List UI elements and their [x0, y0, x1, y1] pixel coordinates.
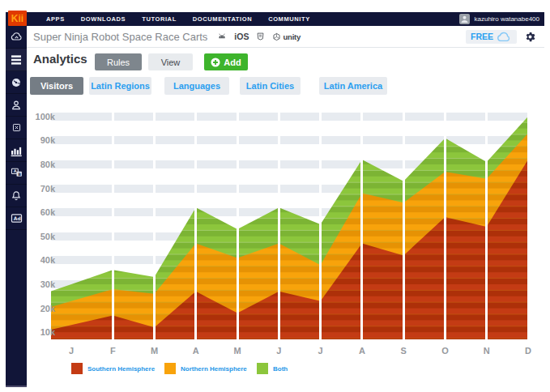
y-axis-label: 40k: [18, 255, 55, 265]
tab-latin-america[interactable]: Latin America: [319, 77, 387, 95]
chart-gridline-vertical: [153, 104, 156, 339]
kii-logo[interactable]: Kii: [8, 11, 27, 26]
tab-latin-cities[interactable]: Latin Cities: [240, 77, 301, 95]
avatar-icon: [459, 14, 470, 24]
legend-item-southern-hemisphere: Southern Hemisphere: [71, 363, 155, 374]
y-axis-label: 60k: [18, 207, 55, 217]
rules-button[interactable]: Rules: [95, 53, 142, 70]
nav-item-downloads[interactable]: DOWNLOADS: [81, 15, 126, 23]
x-axis-label: J: [59, 346, 83, 356]
x-axis-label: F: [100, 346, 125, 356]
app-header: Super Ninja Robot Space Race Carts iOS u…: [27, 26, 544, 48]
y-axis-label: 100k: [18, 112, 55, 121]
sidebar-item-cloud[interactable]: [6, 26, 27, 49]
legend-item-northern-hemisphere: Northern Hemisphere: [164, 363, 247, 374]
y-axis-label: 20k: [18, 304, 55, 313]
chart-areas: [51, 104, 529, 339]
top-navigation-bar: Kii APPSDOWNLOADSTUTORIALDOCUMENTATIONCO…: [6, 12, 544, 26]
nav-item-tutorial[interactable]: TUTORIAL: [142, 15, 177, 23]
x-axis-label: A: [350, 346, 374, 356]
chart-gridline-vertical: [485, 104, 488, 339]
html5-icon: [256, 32, 265, 41]
platform-icons: iOS unity: [217, 32, 301, 41]
legend-swatch: [71, 363, 83, 374]
chart-gridline-vertical: [237, 104, 239, 339]
username: kazuhiro watanabe400: [474, 15, 539, 23]
nav-item-documentation[interactable]: DOCUMENTATION: [193, 15, 252, 23]
nav-item-community[interactable]: COMMUNITY: [268, 15, 310, 23]
chart-gridline-vertical: [278, 104, 280, 339]
chart-gridline-vertical: [444, 104, 446, 339]
chart-gridline-vertical: [194, 104, 197, 339]
chart-gridline-vertical: [319, 104, 322, 339]
add-button[interactable]: Add: [204, 53, 248, 70]
svg-text:A: A: [13, 168, 16, 173]
topnav-menu: APPSDOWNLOADSTUTORIALDOCUMENTATIONCOMMUN…: [46, 12, 310, 26]
y-axis-label: 50k: [18, 232, 55, 241]
cloud-plan-icon: [497, 32, 512, 42]
plan-badge[interactable]: FREE: [466, 30, 517, 44]
legend-item-both: Both: [257, 363, 288, 374]
x-axis-label: J: [266, 346, 291, 356]
tab-latin-regions[interactable]: Latin Regions: [89, 77, 151, 95]
x-axis-label: N: [475, 346, 499, 356]
y-axis-label: 10k: [18, 327, 55, 337]
add-button-label: Add: [224, 58, 241, 67]
chart-gridline-vertical: [112, 104, 114, 339]
ios-icon: iOS: [234, 32, 249, 41]
x-axis-label: O: [433, 346, 458, 356]
x-axis-label: M: [225, 346, 249, 356]
x-axis-label: D: [516, 346, 540, 356]
gauge-icon: [10, 76, 23, 89]
view-button[interactable]: View: [148, 53, 193, 70]
sidebar-item-gauge[interactable]: [6, 71, 27, 94]
legend-swatch: [257, 363, 268, 374]
y-axis-label: 70k: [18, 184, 55, 194]
y-axis-label: 90k: [18, 135, 55, 145]
chart-gridline-vertical: [527, 104, 530, 339]
legend-swatch: [164, 363, 176, 374]
legend-label: Northern Hemisphere: [181, 365, 247, 373]
cloud-icon: [10, 30, 23, 44]
console-icon: [11, 122, 22, 133]
x-axis-label: J: [309, 346, 333, 356]
chart-gridline-vertical: [360, 104, 363, 339]
plus-icon: [211, 58, 220, 67]
page-title: Analytics: [33, 52, 87, 66]
header-right: FREE: [466, 26, 536, 47]
android-icon: [217, 32, 227, 41]
x-axis-label: A: [184, 346, 208, 356]
legend-label: Southern Hemisphere: [87, 365, 155, 373]
gear-icon[interactable]: [524, 31, 536, 43]
y-axis-label: 30k: [18, 279, 55, 289]
chart-gridline-vertical: [403, 104, 405, 339]
legend-label: Both: [273, 365, 288, 373]
sidebar-item-menu[interactable]: [6, 49, 27, 71]
x-axis-label: M: [143, 346, 167, 356]
nav-item-apps[interactable]: APPS: [46, 15, 65, 23]
tab-languages[interactable]: Languages: [164, 77, 229, 95]
y-axis-label: 80k: [18, 160, 55, 169]
page: { "topnav": { "logo": "Kii", "items": ["…: [0, 0, 550, 392]
x-axis-label: S: [391, 346, 416, 356]
user-icon: [10, 99, 23, 112]
app-title: Super Ninja Robot Space Race Carts: [33, 31, 207, 43]
unity-icon: unity: [272, 32, 301, 41]
menu-icon: [9, 53, 23, 67]
tab-visitors[interactable]: Visitors: [30, 77, 83, 95]
svg-text:B: B: [18, 172, 21, 177]
user-menu[interactable]: kazuhiro watanabe400: [459, 12, 539, 26]
